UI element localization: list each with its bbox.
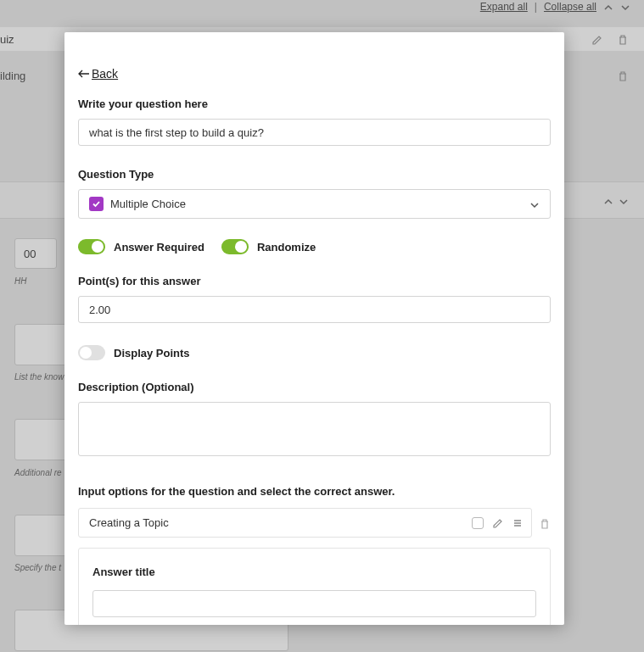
type-label: Question Type — [78, 168, 551, 181]
description-input[interactable] — [78, 402, 551, 456]
edit-icon[interactable] — [492, 517, 504, 529]
question-modal: Back Write your question here Question T… — [64, 32, 564, 625]
back-link[interactable]: Back — [78, 67, 118, 81]
option-title: Creating a Topic — [89, 516, 463, 529]
options-label: Input options for the question and selec… — [78, 485, 551, 498]
randomize-toggle[interactable] — [221, 239, 249, 254]
multiple-choice-icon — [89, 197, 104, 211]
answer-title-label: Answer title — [92, 566, 536, 578]
answer-required-toggle[interactable] — [78, 239, 105, 254]
question-type-select[interactable]: Multiple Choice — [78, 189, 551, 219]
delete-option-icon[interactable] — [539, 515, 551, 529]
answer-details-card: Answer title Upload Image — [78, 548, 551, 625]
display-points-toggle[interactable] — [78, 345, 105, 360]
question-label: Write your question here — [78, 98, 551, 110]
arrow-left-icon — [78, 70, 90, 78]
chevron-down-icon — [529, 198, 540, 210]
points-input[interactable] — [78, 296, 551, 323]
option-row: Creating a Topic — [78, 508, 532, 538]
display-points-label: Display Points — [114, 347, 190, 359]
answer-title-input[interactable] — [92, 590, 536, 617]
description-label: Description (Optional) — [78, 381, 551, 393]
drag-handle-icon[interactable] — [512, 518, 523, 528]
randomize-label: Randomize — [257, 241, 316, 254]
type-value: Multiple Choice — [110, 198, 186, 210]
points-label: Point(s) for this answer — [78, 275, 551, 287]
back-text: Back — [92, 67, 118, 81]
question-input[interactable] — [78, 119, 551, 146]
answer-required-label: Answer Required — [114, 241, 204, 254]
correct-answer-checkbox[interactable] — [472, 517, 484, 529]
